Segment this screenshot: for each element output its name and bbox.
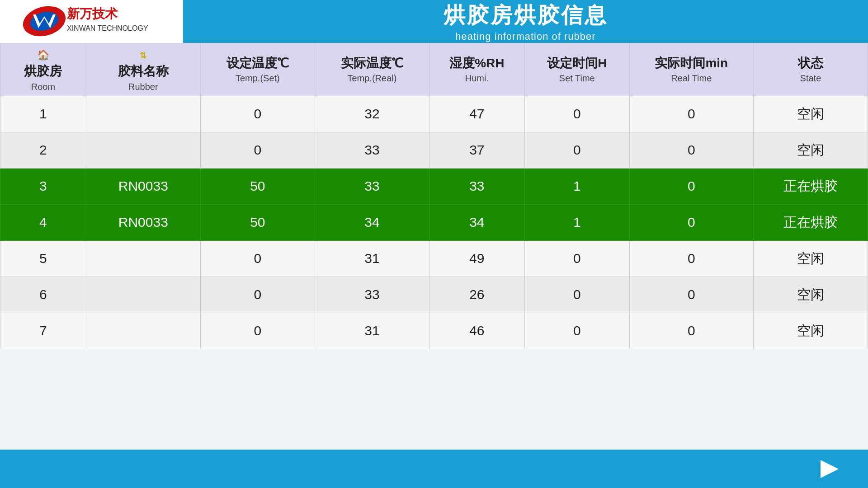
temp-set-cell: 0: [200, 313, 315, 349]
table-row[interactable]: 3RN003350333310正在烘胶: [0, 168, 868, 204]
header: 新万技术 XINWAN TECHNOLOGY 烘胶房烘胶信息 heating i…: [0, 0, 868, 43]
state-cell: 空闲: [753, 96, 868, 132]
real-time-cell: 0: [629, 313, 753, 349]
temp-real-cell: 32: [315, 96, 429, 132]
temp-real-cell: 31: [315, 313, 429, 349]
heating-table: 🏠 烘胶房 Room ⇅ 胶料名称 Rubber 设定温度℃ Temp.(Set…: [0, 43, 868, 349]
table-row[interactable]: 10324700空闲: [0, 96, 868, 132]
temp-set-cell: 0: [200, 132, 315, 168]
room-cell: 1: [0, 96, 86, 132]
humi-cell: 26: [429, 277, 524, 313]
real-time-cell: 0: [629, 277, 753, 313]
state-cell: 空闲: [753, 240, 868, 277]
real-time-cell: 0: [629, 168, 753, 204]
state-cell: 正在烘胶: [753, 204, 868, 240]
col-header-rubber: ⇅ 胶料名称 Rubber: [86, 43, 200, 96]
state-cell: 空闲: [753, 313, 868, 349]
col-header-set-time: 设定时间H Set Time: [524, 43, 629, 96]
svg-marker-5: [821, 460, 839, 478]
set-time-cell: 1: [524, 204, 629, 240]
humi-cell: 34: [429, 204, 524, 240]
real-time-cell: 0: [629, 96, 753, 132]
table-row[interactable]: 70314600空闲: [0, 313, 868, 349]
next-page-button[interactable]: [814, 455, 845, 483]
set-time-cell: 0: [524, 313, 629, 349]
room-cell: 3: [0, 168, 86, 204]
set-time-cell: 0: [524, 277, 629, 313]
real-time-cell: 0: [629, 132, 753, 168]
rubber-cell: RN0033: [86, 168, 200, 204]
room-cell: 2: [0, 132, 86, 168]
room-cell: 6: [0, 277, 86, 313]
temp-set-cell: 0: [200, 240, 315, 277]
page-title-en: heating information of rubber: [455, 31, 595, 42]
humi-cell: 47: [429, 96, 524, 132]
set-time-cell: 0: [524, 132, 629, 168]
humi-cell: 49: [429, 240, 524, 277]
company-logo: 新万技术 XINWAN TECHNOLOGY: [19, 5, 164, 38]
table-row[interactable]: 50314900空闲: [0, 240, 868, 277]
col-header-humi: 湿度%RH Humi.: [429, 43, 524, 96]
state-cell: 空闲: [753, 132, 868, 168]
data-table-container: 🏠 烘胶房 Room ⇅ 胶料名称 Rubber 设定温度℃ Temp.(Set…: [0, 43, 868, 349]
state-cell: 正在烘胶: [753, 168, 868, 204]
col-header-temp-set: 设定温度℃ Temp.(Set): [200, 43, 315, 96]
state-cell: 空闲: [753, 277, 868, 313]
col-header-state: 状态 State: [753, 43, 868, 96]
rubber-cell: [86, 313, 200, 349]
room-cell: 5: [0, 240, 86, 277]
humi-cell: 46: [429, 313, 524, 349]
svg-text:XINWAN TECHNOLOGY: XINWAN TECHNOLOGY: [67, 24, 148, 32]
page-title-cn: 烘胶房烘胶信息: [443, 1, 608, 30]
temp-real-cell: 31: [315, 240, 429, 277]
title-area: 烘胶房烘胶信息 heating information of rubber: [183, 0, 868, 43]
sort-icon: ⇅: [140, 51, 146, 60]
room-cell: 4: [0, 204, 86, 240]
rubber-cell: [86, 132, 200, 168]
temp-real-cell: 33: [315, 277, 429, 313]
real-time-cell: 0: [629, 240, 753, 277]
temp-set-cell: 0: [200, 96, 315, 132]
table-header-row: 🏠 烘胶房 Room ⇅ 胶料名称 Rubber 设定温度℃ Temp.(Set…: [0, 43, 868, 96]
table-row[interactable]: 4RN003350343410正在烘胶: [0, 204, 868, 240]
table-row[interactable]: 20333700空闲: [0, 132, 868, 168]
temp-real-cell: 34: [315, 204, 429, 240]
col-header-temp-real: 实际温度℃ Temp.(Real): [315, 43, 429, 96]
temp-set-cell: 50: [200, 168, 315, 204]
rubber-cell: [86, 277, 200, 313]
humi-cell: 37: [429, 132, 524, 168]
temp-set-cell: 50: [200, 204, 315, 240]
room-cell: 7: [0, 313, 86, 349]
col-header-real-time: 实际时间min Real Time: [629, 43, 753, 96]
humi-cell: 33: [429, 168, 524, 204]
svg-text:新万技术: 新万技术: [67, 6, 118, 21]
temp-real-cell: 33: [315, 168, 429, 204]
table-row[interactable]: 60332600空闲: [0, 277, 868, 313]
logo-area: 新万技术 XINWAN TECHNOLOGY: [0, 0, 183, 43]
footer-bar: [0, 450, 868, 488]
col-header-room: 🏠 烘胶房 Room: [0, 43, 86, 96]
home-icon: 🏠: [37, 49, 49, 61]
rubber-cell: [86, 240, 200, 277]
rubber-cell: [86, 96, 200, 132]
real-time-cell: 0: [629, 204, 753, 240]
set-time-cell: 0: [524, 96, 629, 132]
temp-set-cell: 0: [200, 277, 315, 313]
set-time-cell: 0: [524, 240, 629, 277]
rubber-cell: RN0033: [86, 204, 200, 240]
set-time-cell: 1: [524, 168, 629, 204]
temp-real-cell: 33: [315, 132, 429, 168]
arrow-right-icon: [816, 455, 843, 483]
